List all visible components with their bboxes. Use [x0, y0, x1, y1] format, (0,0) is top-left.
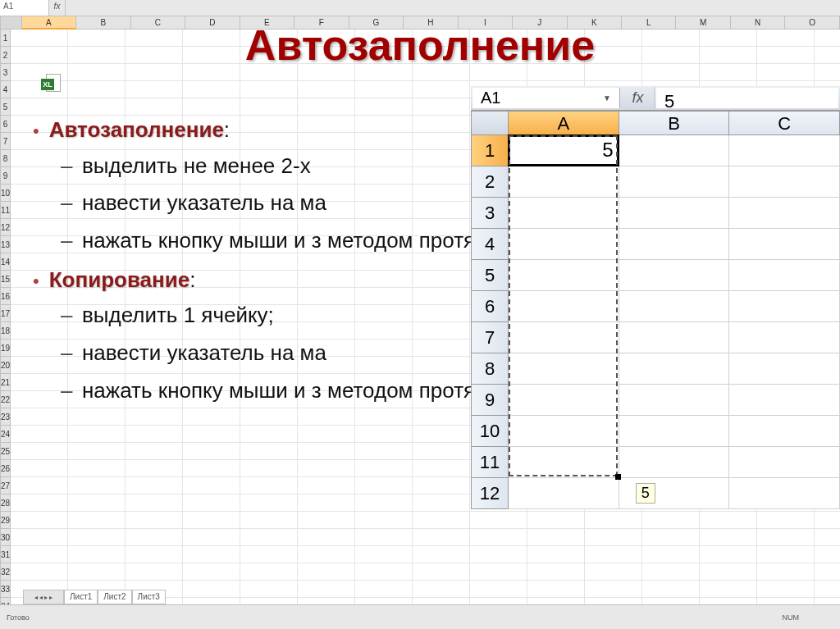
bg-row-header[interactable]: 8: [0, 150, 11, 167]
bg-cell[interactable]: [126, 460, 183, 477]
inset-cell[interactable]: [509, 229, 619, 260]
bg-cell[interactable]: [298, 495, 355, 512]
bg-cell[interactable]: [183, 529, 240, 546]
bg-cell[interactable]: [240, 81, 298, 98]
bg-cell[interactable]: [470, 563, 527, 581]
bg-cell[interactable]: [815, 529, 840, 546]
inset-cell[interactable]: [729, 385, 840, 416]
bg-cell[interactable]: [413, 495, 470, 512]
bg-cell[interactable]: [240, 581, 298, 598]
inset-row-header[interactable]: 5: [471, 260, 509, 291]
bg-cell[interactable]: [68, 98, 126, 116]
inset-cell[interactable]: [509, 416, 619, 447]
inset-cell[interactable]: [619, 353, 730, 385]
bg-cell[interactable]: [815, 563, 840, 581]
bg-row-header[interactable]: 28: [0, 495, 11, 512]
bg-cell[interactable]: [413, 98, 470, 116]
bg-row-header[interactable]: 17: [0, 305, 11, 322]
tab-nav-icons[interactable]: ◂ ◂ ▸ ▸: [23, 590, 64, 604]
inset-row-header[interactable]: 3: [471, 198, 509, 229]
bg-cell[interactable]: [298, 546, 355, 563]
bg-row-header[interactable]: 16: [0, 288, 11, 305]
inset-cell[interactable]: [619, 416, 730, 447]
inset-cell[interactable]: [729, 291, 840, 322]
bg-row-header[interactable]: 11: [0, 202, 11, 219]
inset-formula-bar[interactable]: 5: [656, 88, 838, 108]
bg-fx-icon[interactable]: fx: [49, 0, 66, 16]
bg-row-header[interactable]: 32: [0, 563, 11, 581]
bg-row-header[interactable]: 15: [0, 271, 11, 288]
sheet-tabs[interactable]: ◂ ◂ ▸ ▸ Лист1 Лист2 Лист3: [23, 590, 166, 604]
bg-row-header[interactable]: 27: [0, 477, 11, 495]
bg-cell[interactable]: [355, 495, 413, 512]
bg-cell[interactable]: [413, 426, 470, 443]
bg-cell[interactable]: [240, 477, 298, 495]
bg-cell[interactable]: [126, 563, 183, 581]
bg-cell[interactable]: [183, 512, 240, 529]
bg-row-header[interactable]: 9: [0, 167, 11, 185]
inset-corner[interactable]: [471, 111, 509, 135]
bg-cell[interactable]: [183, 495, 240, 512]
bg-cell[interactable]: [240, 426, 298, 443]
bg-cell[interactable]: [183, 81, 240, 98]
bg-cell[interactable]: [298, 477, 355, 495]
bg-cell[interactable]: [355, 460, 413, 477]
bg-row-header[interactable]: 10: [0, 185, 11, 202]
bg-cell[interactable]: [355, 477, 413, 495]
bg-row-header[interactable]: 33: [0, 581, 11, 598]
bg-cell[interactable]: [527, 546, 585, 563]
bg-cell[interactable]: [126, 98, 183, 116]
bg-cell[interactable]: [757, 529, 815, 546]
bg-cell[interactable]: [183, 563, 240, 581]
bg-cell[interactable]: [68, 546, 126, 563]
inset-col-header[interactable]: B: [619, 111, 730, 135]
bg-cell[interactable]: [68, 529, 126, 546]
bg-cell[interactable]: [642, 529, 700, 546]
inset-row-header[interactable]: 8: [471, 353, 509, 385]
bg-cell[interactable]: [642, 581, 700, 598]
bg-cell[interactable]: [470, 546, 527, 563]
inset-cell[interactable]: [729, 478, 840, 509]
bg-cell[interactable]: [11, 443, 68, 460]
inset-col-header[interactable]: C: [729, 111, 840, 135]
bg-row-header[interactable]: 19: [0, 340, 11, 357]
bg-cell[interactable]: [298, 98, 355, 116]
bg-cell[interactable]: [585, 529, 642, 546]
sheet-tab[interactable]: Лист2: [98, 590, 131, 604]
bg-cell[interactable]: [68, 512, 126, 529]
inset-cell[interactable]: [619, 229, 730, 260]
inset-row-header[interactable]: 4: [471, 229, 509, 260]
bg-cell[interactable]: [413, 563, 470, 581]
bg-cell[interactable]: [700, 563, 757, 581]
inset-cell[interactable]: [509, 166, 619, 198]
inset-row-header[interactable]: 6: [471, 291, 509, 322]
inset-cell[interactable]: [509, 353, 619, 385]
inset-cell[interactable]: [729, 260, 840, 291]
inset-cell[interactable]: [619, 322, 730, 353]
bg-cell[interactable]: [585, 563, 642, 581]
bg-cell[interactable]: [240, 529, 298, 546]
bg-cell[interactable]: [470, 512, 527, 529]
bg-cell[interactable]: [240, 546, 298, 563]
bg-cell[interactable]: [355, 443, 413, 460]
bg-cell[interactable]: [527, 529, 585, 546]
bg-cell[interactable]: [240, 460, 298, 477]
bg-cell[interactable]: [585, 512, 642, 529]
bg-row-header[interactable]: 29: [0, 512, 11, 529]
bg-row-header[interactable]: 24: [0, 426, 11, 443]
bg-cell[interactable]: [355, 98, 413, 116]
inset-row-header[interactable]: 11: [471, 447, 509, 478]
bg-cell[interactable]: [68, 443, 126, 460]
bg-cell[interactable]: [527, 581, 585, 598]
bg-cell[interactable]: [126, 477, 183, 495]
bg-cell[interactable]: [11, 495, 68, 512]
bg-cell[interactable]: [413, 81, 470, 98]
bg-cell[interactable]: [355, 581, 413, 598]
bg-cell[interactable]: [126, 546, 183, 563]
bg-cell[interactable]: [126, 81, 183, 98]
bg-cell[interactable]: [642, 563, 700, 581]
bg-row-header[interactable]: 20: [0, 357, 11, 374]
bg-formula-bar[interactable]: [66, 0, 840, 16]
bg-cell[interactable]: [68, 495, 126, 512]
bg-row-header[interactable]: 25: [0, 443, 11, 460]
